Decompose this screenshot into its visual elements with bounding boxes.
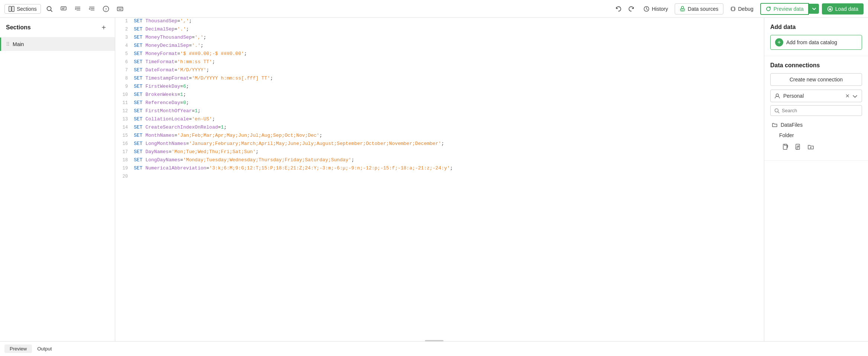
connection-actions: ✕ [845, 92, 858, 100]
code-content[interactable]: SET TimestampFormat='M/D/YYYY h:mm:ss[.f… [134, 75, 764, 81]
line-number: 1 [115, 18, 134, 24]
keyboard-button[interactable] [114, 3, 126, 14]
line-number: 8 [115, 75, 134, 81]
search-button[interactable] [44, 3, 55, 14]
outdent-button[interactable] [86, 3, 97, 14]
svg-text:?: ? [105, 7, 107, 11]
search-box [770, 105, 862, 116]
debug-label: Debug [738, 6, 754, 12]
line-number: 13 [115, 116, 134, 122]
code-editor[interactable]: 1SET ThousandSep=',';2SET DecimalSep='.'… [115, 18, 764, 341]
select-file-button[interactable] [781, 142, 790, 153]
svg-rect-0 [9, 6, 11, 12]
indent-button[interactable] [72, 3, 83, 14]
code-content[interactable]: SET ReferenceDay=0; [134, 100, 764, 106]
bottom-bar: Preview Output [0, 341, 868, 356]
history-button[interactable]: History [640, 4, 672, 14]
load-icon [827, 6, 833, 12]
line-number: 4 [115, 43, 134, 48]
svg-point-22 [681, 6, 684, 9]
code-content[interactable]: SET MonthNames='Jan;Feb;Mar;Apr;May;Jun;… [134, 133, 764, 138]
create-folder-button[interactable] [806, 142, 816, 153]
svg-rect-4 [61, 7, 66, 10]
code-content[interactable]: SET DecimalSep='.'; [134, 26, 764, 32]
help-button[interactable]: ? [100, 3, 112, 14]
resize-handle[interactable] [425, 340, 443, 342]
code-line: 19SET NumericalAbbreviation='3:k;6:M;9:G… [115, 165, 764, 173]
add-data-title: Add data [770, 24, 862, 30]
datafiles-folder[interactable]: DataFiles [770, 120, 862, 130]
line-number: 19 [115, 165, 134, 171]
chevron-down-icon [812, 7, 816, 10]
code-content[interactable]: SET MoneyThousandSep=','; [134, 35, 764, 40]
load-button[interactable]: Load data [822, 3, 864, 14]
preview-button[interactable]: Preview data [760, 3, 809, 15]
line-number: 11 [115, 100, 134, 106]
create-folder-icon [807, 143, 814, 150]
code-content[interactable]: SET MoneyDecimalSep='.'; [134, 43, 764, 48]
line-number: 15 [115, 133, 134, 138]
history-label: History [652, 6, 668, 12]
code-content[interactable]: SET DayNames='Mon;Tue;Wed;Thu;Fri;Sat;Su… [134, 149, 764, 155]
code-line: 8SET TimestampFormat='M/D/YYYY h:mm:ss[.… [115, 75, 764, 83]
drag-handle-icon: ⠿ [6, 41, 10, 47]
code-content[interactable]: SET ThousandSep=','; [134, 18, 764, 24]
code-line: 6SET TimeFormat='h:mm:ss TT'; [115, 59, 764, 67]
create-connection-button[interactable]: Create new connection [770, 73, 862, 86]
line-number: 14 [115, 124, 134, 130]
code-line: 13SET CollationLocale='en-US'; [115, 116, 764, 124]
comment-button[interactable] [58, 3, 69, 14]
line-number: 3 [115, 35, 134, 40]
close-connection-button[interactable]: ✕ [845, 92, 851, 100]
code-line: 12SET FirstMonthOfYear=1; [115, 108, 764, 116]
code-content[interactable]: SET CreateSearchIndexOnReload=1; [134, 124, 764, 130]
add-section-button[interactable]: + [99, 22, 109, 33]
code-content[interactable]: SET BrokenWeeks=1; [134, 92, 764, 97]
code-content[interactable]: SET NumericalAbbreviation='3:k;6:M;9:G;1… [134, 165, 764, 171]
line-number: 2 [115, 26, 134, 32]
code-line: 20 [115, 173, 764, 181]
preview-dropdown-button[interactable] [809, 4, 819, 14]
folder-icon [772, 122, 778, 128]
add-catalog-button[interactable]: + Add from data catalog [770, 35, 862, 50]
sections-toggle-button[interactable]: Sections [4, 4, 41, 14]
connection-name: Personal [783, 93, 842, 99]
chevron-down-icon [853, 95, 857, 98]
code-line: 14SET CreateSearchIndexOnReload=1; [115, 124, 764, 132]
search-input[interactable] [782, 108, 858, 113]
redo-button[interactable] [626, 3, 637, 14]
preview-refresh-icon [765, 6, 771, 12]
user-icon [774, 93, 780, 99]
line-number: 16 [115, 141, 134, 146]
section-item-main[interactable]: ⠿ Main [0, 38, 115, 51]
preview-tab[interactable]: Preview [4, 344, 32, 353]
code-content[interactable]: SET CollationLocale='en-US'; [134, 116, 764, 122]
svg-line-32 [778, 111, 780, 113]
code-content[interactable]: SET MoneyFormat='$ ###0.00;-$ ###0.00'; [134, 51, 764, 56]
code-content[interactable]: SET LongMonthNames='January;February;Mar… [134, 141, 764, 146]
output-tab[interactable]: Output [32, 344, 57, 353]
folder-label: DataFiles [781, 122, 803, 128]
code-content[interactable]: SET LongDayNames='Monday;Tuesday;Wednesd… [134, 157, 764, 163]
sections-panel: Sections + ⠿ Main [0, 18, 115, 341]
code-content[interactable]: SET FirstMonthOfYear=1; [134, 108, 764, 114]
code-content[interactable]: SET DateFormat='M/D/YYYY'; [134, 67, 764, 73]
subfolder-item[interactable]: Folder [770, 130, 862, 140]
undo-icon [615, 6, 622, 12]
code-content[interactable]: SET FirstWeekDay=6; [134, 84, 764, 89]
toolbar: Sections ? [0, 0, 868, 18]
sections-header: Sections + [0, 18, 115, 38]
code-content[interactable]: SET TimeFormat='h:mm:ss TT'; [134, 59, 764, 65]
upload-file-button[interactable] [793, 142, 803, 153]
code-line: 17SET DayNames='Mon;Tue;Wed;Thu;Fri;Sat;… [115, 149, 764, 157]
bottom-bar-inner: Preview Output [4, 344, 864, 353]
sections-button-label: Sections [17, 6, 37, 12]
toolbar-right: History Data sources Debug [613, 3, 864, 15]
undo-button[interactable] [613, 3, 624, 14]
expand-connection-button[interactable] [852, 92, 858, 100]
folder-action-buttons [770, 140, 862, 155]
debug-button[interactable]: Debug [726, 4, 757, 14]
code-line: 11SET ReferenceDay=0; [115, 100, 764, 108]
datasources-button[interactable]: Data sources [675, 3, 723, 14]
add-icon: + [775, 38, 783, 46]
